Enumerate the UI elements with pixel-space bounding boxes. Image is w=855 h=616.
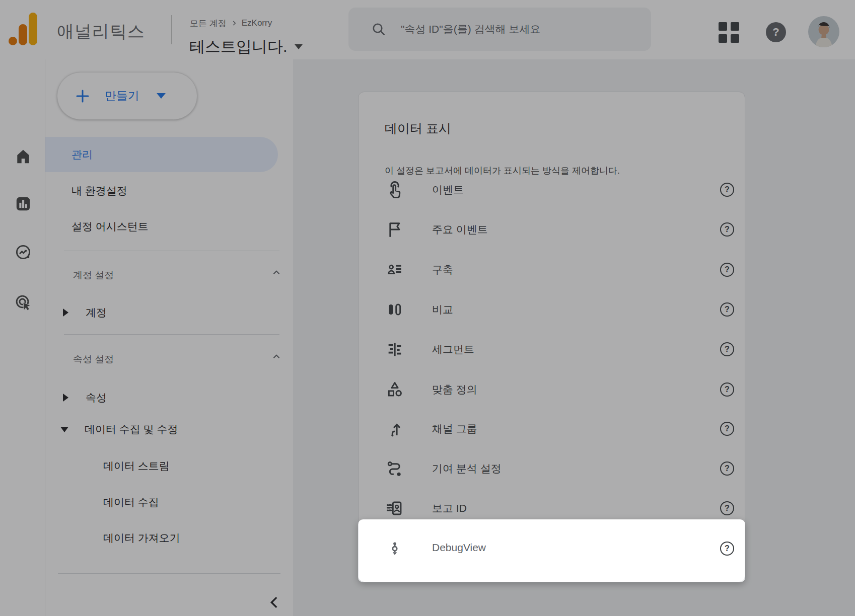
flag-icon (385, 219, 405, 240)
tree-item-data-collection-group[interactable]: 데이터 수집 및 수정 (60, 422, 178, 436)
breadcrumb: 모든 계정 EzKorry (190, 17, 272, 29)
create-button[interactable]: 만들기 (57, 72, 197, 120)
analytics-logo-icon[interactable] (9, 13, 38, 46)
header-divider (171, 15, 172, 44)
nav-item-admin[interactable]: 관리 (45, 137, 278, 172)
tree-item-property[interactable]: 속성 (63, 391, 107, 405)
help-icon[interactable]: ? (720, 183, 734, 197)
badge-icon (385, 498, 405, 518)
help-icon[interactable]: ? (720, 222, 734, 237)
expand-right-icon[interactable] (63, 394, 68, 402)
tree-item-account[interactable]: 계정 (63, 305, 107, 320)
divider (64, 334, 279, 335)
route-icon (385, 458, 405, 479)
card-row-reporting-identity[interactable]: 보고 ID ? (359, 495, 746, 522)
collapse-panel-icon[interactable] (266, 594, 283, 611)
channel-group-icon (385, 419, 405, 439)
help-icon[interactable]: ? (766, 22, 786, 42)
card-row-custom-definitions[interactable]: 맞춤 정의 ? (359, 376, 746, 403)
card-row-debugview[interactable]: DebugView ? (359, 535, 746, 562)
plus-icon (75, 88, 91, 104)
search-icon (371, 21, 387, 37)
chevron-right-icon (231, 20, 238, 27)
ga-admin-page: 애널리틱스 모든 계정 EzKorry 테스트입니다. ? (0, 0, 855, 616)
create-button-label: 만들기 (105, 88, 139, 104)
card-title: 데이터 표시 (385, 120, 451, 137)
data-display-card: 데이터 표시 이 설정은 보고서에 데이터가 표시되는 방식을 제어합니다. 이… (358, 92, 745, 582)
apps-grid-icon[interactable] (719, 22, 739, 43)
card-row-segments[interactable]: 세그먼트 ? (359, 336, 746, 363)
help-icon[interactable]: ? (720, 382, 734, 397)
search-bar[interactable] (348, 8, 651, 51)
divider (64, 251, 279, 251)
app-title[interactable]: 애널리틱스 (57, 20, 145, 43)
card-row-channel-groups[interactable]: 채널 그룹 ? (359, 415, 746, 442)
segments-icon (385, 339, 405, 359)
compare-icon (385, 299, 405, 320)
help-icon[interactable]: ? (720, 461, 734, 476)
help-icon[interactable]: ? (720, 342, 734, 356)
app-header: 애널리틱스 모든 계정 EzKorry 테스트입니다. ? (0, 0, 855, 59)
debugview-icon (385, 538, 405, 559)
chevron-up-icon[interactable] (271, 267, 282, 278)
card-row-events[interactable]: 이벤트 ? (359, 176, 746, 203)
help-icon[interactable]: ? (720, 542, 734, 556)
touch-icon (385, 180, 405, 200)
nav-item-setup-assistant[interactable]: 설정 어시스턴트 (72, 219, 149, 234)
help-icon[interactable]: ? (720, 263, 734, 277)
person-list-icon (385, 260, 405, 280)
nav-item-data-streams[interactable]: 데이터 스트림 (103, 459, 170, 473)
shapes-icon (385, 379, 405, 400)
explore-icon[interactable] (14, 243, 32, 261)
nav-item-data-import[interactable]: 데이터 가져오기 (103, 531, 180, 545)
home-icon[interactable] (14, 147, 32, 166)
chevron-down-icon (295, 44, 303, 49)
card-description: 이 설정은 보고서에 데이터가 표시되는 방식을 제어합니다. (385, 165, 620, 177)
breadcrumb-all-accounts[interactable]: 모든 계정 (190, 18, 227, 29)
help-icon[interactable]: ? (720, 501, 734, 515)
expand-down-icon[interactable] (60, 427, 68, 432)
property-selector[interactable]: 테스트입니다. (189, 36, 303, 57)
section-property-settings: 속성 설정 (73, 353, 114, 366)
nav-item-data-collection[interactable]: 데이터 수집 (103, 495, 159, 509)
admin-nav-panel: 만들기 관리 내 환경설정 설정 어시스턴트 계정 설정 계정 속성 설정 속성… (45, 59, 293, 616)
nav-item-my-preferences[interactable]: 내 환경설정 (72, 184, 127, 198)
breadcrumb-account[interactable]: EzKorry (242, 18, 272, 28)
chevron-up-icon[interactable] (271, 351, 282, 362)
search-input[interactable] (400, 23, 638, 36)
card-row-comparisons[interactable]: 비교 ? (359, 296, 746, 323)
help-icon[interactable]: ? (720, 422, 734, 436)
section-account-settings: 계정 설정 (73, 269, 114, 282)
nav-item-label: 관리 (72, 147, 93, 162)
reports-icon[interactable] (14, 195, 32, 213)
advertising-icon[interactable] (14, 293, 32, 312)
property-name: 테스트입니다. (189, 36, 288, 57)
help-icon[interactable]: ? (720, 302, 734, 317)
card-row-key-events[interactable]: 주요 이벤트 ? (359, 216, 746, 243)
card-row-audiences[interactable]: 구축 ? (359, 256, 746, 283)
expand-right-icon[interactable] (63, 309, 68, 317)
avatar[interactable] (808, 16, 839, 47)
left-rail (0, 59, 45, 616)
divider (58, 573, 280, 574)
chevron-down-icon (157, 93, 166, 99)
card-row-attribution-settings[interactable]: 기여 분석 설정 ? (359, 455, 746, 482)
